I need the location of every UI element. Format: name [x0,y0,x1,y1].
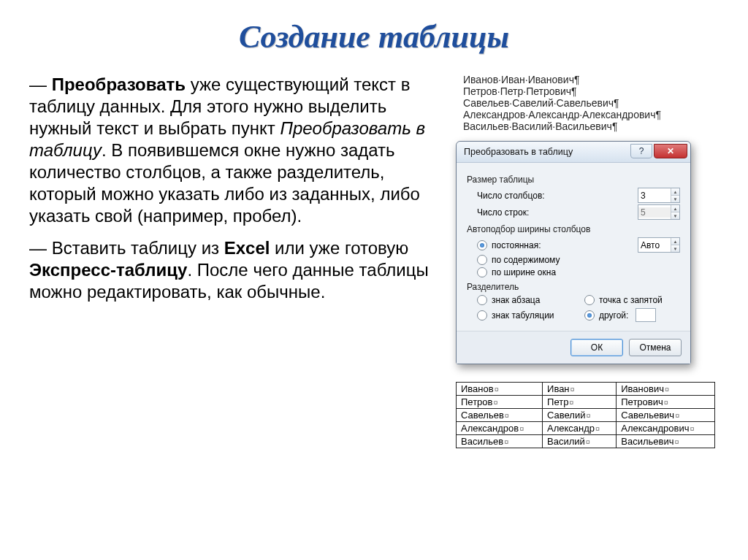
radio-fixed[interactable]: постоянная: ▲▼ [477,237,680,253]
body-text: — Преобразовать уже существующий текст в… [29,74,441,448]
list-item: Иванов·Иван·Иванович [463,74,661,85]
table-row: ПетровПетрПетрович [457,396,715,409]
fixed-width-spinner[interactable]: ▲▼ [638,237,680,253]
page-title: Создание таблицы [29,18,719,55]
group-autowidth-label: Автоподбор ширины столбцов [467,224,680,234]
dialog-titlebar[interactable]: Преобразовать в таблицу ? ✕ [457,142,690,163]
table-row: ИвановИванИванович [457,383,715,396]
rows-label: Число строк: [477,207,632,218]
cols-label: Число столбцов: [477,191,632,201]
group-size-label: Размер таблицы [467,174,680,185]
radio-icon [477,310,487,321]
other-sep-input[interactable] [636,308,656,322]
spin-down-icon[interactable]: ▼ [671,245,679,252]
list-item: Александров·Александр·Александрович [463,109,661,120]
radio-icon [477,255,487,265]
list-item: Васильев·Василий·Васильевич [463,120,661,132]
radio-fixed-label: постоянная: [492,240,541,250]
spin-down-icon[interactable]: ▼ [671,196,679,202]
spin-up-icon[interactable]: ▲ [671,238,679,245]
rows-input [638,207,671,218]
dialog-title: Преобразовать в таблицу [464,147,573,157]
radio-sep-other[interactable]: другой: [584,308,680,322]
radio-sep-tab[interactable]: знак табуляции [477,308,573,322]
convert-to-table-dialog: Преобразовать в таблицу ? ✕ Размер табли… [456,141,691,364]
radio-icon [584,310,595,321]
radio-by-window-label: по ширине окна [492,267,556,277]
radio-by-window[interactable]: по ширине окна [477,267,680,277]
table-row: СавельевСавелийСавельевич [457,409,715,422]
paragraph-1: — Преобразовать уже существующий текст в… [29,74,441,227]
radio-icon [477,267,487,277]
row-rows: Число строк: ▲▼ [477,204,680,220]
paragraph-2: — Вставить таблицу из Excel или уже гото… [29,237,441,303]
list-item: Петров·Петр·Петрович [463,85,661,97]
cancel-button[interactable]: Отмена [629,339,682,356]
radio-icon [584,295,595,305]
help-button[interactable]: ? [630,144,652,158]
radio-sep-para[interactable]: знак абзаца [477,295,573,305]
fixed-width-input[interactable] [638,240,671,250]
cols-spinner[interactable]: ▲▼ [638,188,680,203]
ok-button[interactable]: ОК [570,339,623,356]
list-item: Савельев·Савелий·Савельевич [463,97,661,109]
rows-spinner: ▲▼ [638,204,680,220]
result-table: ИвановИванИванович ПетровПетрПетрович Са… [456,382,715,448]
radio-sep-semicolon[interactable]: точка с запятой [584,295,680,305]
close-button[interactable]: ✕ [654,144,687,158]
spin-up-icon: ▲ [671,205,679,212]
radio-icon [477,295,487,305]
group-separator-label: Разделитель [467,282,680,292]
radio-by-content-label: по содержимому [492,255,560,265]
radio-icon [477,240,487,250]
table-row: АлександровАлександрАлександрович [457,422,715,435]
source-text-sample: Иванов·Иван·Иванович Петров·Петр·Петрови… [463,74,661,132]
row-columns: Число столбцов: ▲▼ [477,188,680,203]
table-row: ВасильевВасилийВасильевич [457,435,715,448]
spin-down-icon: ▼ [671,212,679,219]
spin-up-icon[interactable]: ▲ [671,188,679,196]
cols-input[interactable] [638,191,671,201]
radio-by-content[interactable]: по содержимому [477,255,680,265]
